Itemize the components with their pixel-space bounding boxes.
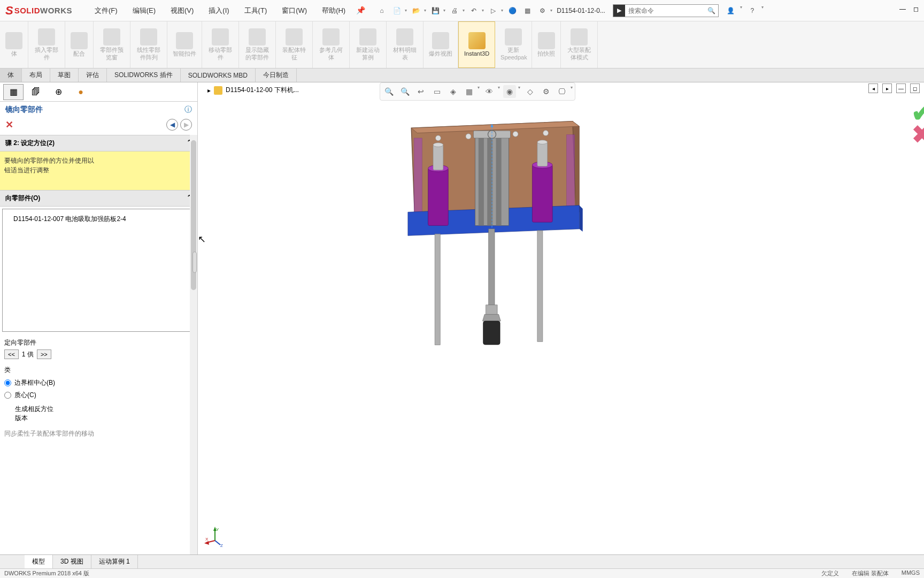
- list-item[interactable]: D1154-01-12-007 电池吸取加强筋板2-4: [5, 214, 192, 225]
- orient-label: 定向零部件: [4, 338, 193, 347]
- pm-tab-config-icon[interactable]: ⊕: [48, 84, 68, 100]
- screen-icon[interactable]: 🖵: [556, 85, 568, 98]
- apply-scene-icon[interactable]: ◇: [523, 85, 536, 98]
- pm-components-header[interactable]: 向零部件(O) ⌃: [0, 190, 197, 207]
- graphics-viewport[interactable]: ▸ D1154-01-12-00 下料机... 🔍 🔍 ↩ ▭ ◈ ▦▾ 👁▾ …: [198, 82, 924, 554]
- maximize-icon[interactable]: ◻: [913, 5, 919, 13]
- radio-centroid-input[interactable]: [4, 392, 11, 399]
- rib-move-component[interactable]: 移动零部件: [202, 21, 239, 68]
- svg-marker-13: [579, 206, 582, 232]
- pm-tab-appearance-icon[interactable]: ●: [71, 84, 91, 100]
- select-icon[interactable]: ▷: [487, 5, 499, 17]
- tab-evaluate[interactable]: 评估: [79, 69, 107, 82]
- expand-icon[interactable]: ▸: [207, 87, 211, 94]
- new-icon[interactable]: 📄: [391, 5, 403, 17]
- rib-body[interactable]: 体: [0, 21, 28, 68]
- options-icon[interactable]: ⚙: [536, 5, 548, 17]
- rib-linear-pattern[interactable]: 线性零部件阵列: [130, 21, 167, 68]
- pm-component-list[interactable]: D1154-01-12-007 电池吸取加强筋板2-4: [2, 209, 195, 332]
- hide-show-icon[interactable]: 👁: [483, 85, 496, 98]
- tab-sw-mbd[interactable]: SOLIDWORKS MBD: [181, 69, 256, 82]
- pager-prev-button[interactable]: <<: [4, 349, 19, 359]
- section-view-icon[interactable]: ▭: [430, 85, 443, 98]
- vp-prev-icon[interactable]: ◂: [868, 83, 878, 93]
- zoom-fit-icon[interactable]: 🔍: [382, 85, 395, 98]
- vp-next-icon[interactable]: ▸: [882, 83, 892, 93]
- menu-view[interactable]: 视图(V): [163, 6, 201, 16]
- rib-insert-component[interactable]: 插入零部件: [28, 21, 65, 68]
- rib-preview-window[interactable]: 零部件预览窗: [94, 21, 130, 68]
- edit-appearance-icon[interactable]: ◉: [503, 85, 516, 98]
- vp-maximize-icon[interactable]: ◻: [910, 83, 920, 93]
- menu-window[interactable]: 窗口(W): [274, 6, 314, 16]
- search-mode-icon[interactable]: ▶: [613, 5, 625, 17]
- display-style-icon[interactable]: ▦: [463, 85, 475, 98]
- radio-centroid[interactable]: 质心(C): [0, 389, 197, 401]
- tab-layout[interactable]: 布局: [22, 69, 50, 82]
- view-settings-icon[interactable]: ⚙: [540, 85, 552, 98]
- pm-tab-property-icon[interactable]: 🗐: [26, 84, 46, 100]
- minimize-icon[interactable]: —: [899, 5, 906, 13]
- rib-new-motion-study[interactable]: 新建运动算例: [350, 21, 387, 68]
- rib-assembly-features[interactable]: 装配体特征: [276, 21, 313, 68]
- pm-tabs: ▦ 🗐 ⊕ ●: [0, 82, 197, 102]
- tab-sw-addins[interactable]: SOLIDWORKS 插件: [107, 69, 181, 82]
- menu-file[interactable]: 文件(F): [87, 6, 125, 16]
- splitter[interactable]: [191, 112, 198, 578]
- status-bar: DWORKS Premium 2018 x64 版 欠定义 在编辑 装配体 MM…: [0, 568, 924, 578]
- home-icon[interactable]: ⌂: [376, 5, 388, 17]
- rib-reference-geometry[interactable]: 参考几何体: [313, 21, 350, 68]
- radio-bbox-input[interactable]: [4, 379, 11, 386]
- pm-tab-feature-tree-icon[interactable]: ▦: [3, 84, 24, 100]
- generate-opposite-button[interactable]: 生成相反方位 版本: [15, 405, 197, 423]
- rib-large-assembly[interactable]: 大型装配体模式: [561, 21, 598, 68]
- search-icon[interactable]: 🔍: [705, 7, 718, 14]
- pm-step-header[interactable]: 骤 2: 设定方位(2) ⌃: [0, 135, 197, 151]
- status-units[interactable]: MMGS: [902, 569, 920, 577]
- search-input[interactable]: [625, 7, 705, 14]
- btm-tab-3dview[interactable]: 3D 视图: [53, 555, 91, 568]
- tab-body[interactable]: 体: [0, 69, 22, 82]
- rib-exploded-view[interactable]: 爆炸视图: [424, 21, 458, 68]
- pm-help-icon[interactable]: ⓘ: [184, 105, 192, 115]
- flyout-tree[interactable]: ▸ D1154-01-12-00 下料机...: [207, 86, 299, 95]
- rib-bom[interactable]: 材料明细表: [387, 21, 424, 68]
- save-icon[interactable]: 💾: [429, 5, 441, 17]
- pm-next-button[interactable]: ▶: [180, 119, 192, 131]
- tab-today-make[interactable]: 今日制造: [256, 69, 297, 82]
- print-icon[interactable]: 🖨: [449, 5, 460, 17]
- pm-back-button[interactable]: ◀: [166, 119, 178, 131]
- status-version: DWORKS Premium 2018 x64 版: [4, 569, 89, 577]
- doc-props-icon[interactable]: ▦: [521, 5, 533, 17]
- radio-bbox-center[interactable]: 边界框中心(B): [0, 377, 197, 389]
- menu-tools[interactable]: 工具(T): [237, 6, 275, 16]
- menu-help[interactable]: 帮助(H): [314, 6, 353, 16]
- zoom-area-icon[interactable]: 🔍: [398, 85, 411, 98]
- splitter-handle[interactable]: [192, 252, 197, 273]
- btm-tab-model[interactable]: 模型: [25, 555, 53, 568]
- btm-tab-motion[interactable]: 运动算例 1: [91, 555, 138, 568]
- menu-edit[interactable]: 编辑(E): [125, 6, 163, 16]
- model-render: [348, 115, 636, 350]
- rebuild-icon[interactable]: 🔵: [506, 5, 518, 17]
- vp-minimize-icon[interactable]: —: [896, 83, 906, 93]
- undo-icon[interactable]: ↶: [468, 5, 480, 17]
- confirm-cancel-icon[interactable]: ✖: [912, 120, 924, 149]
- rib-update-speedpak[interactable]: 更新 Speedpak: [495, 21, 532, 68]
- help-icon[interactable]: ?: [746, 5, 758, 17]
- user-icon[interactable]: 👤: [725, 5, 737, 17]
- view-orientation-icon[interactable]: ◈: [446, 85, 459, 98]
- rib-smart-fasteners[interactable]: 智能扣件: [167, 21, 202, 68]
- open-icon[interactable]: 📂: [410, 5, 422, 17]
- tab-sketch[interactable]: 草图: [50, 69, 79, 82]
- rib-instant3d[interactable]: Instant3D: [458, 21, 495, 68]
- pin-icon[interactable]: 📌: [356, 6, 365, 16]
- pager-next-button[interactable]: >>: [37, 349, 51, 359]
- pm-cancel-button[interactable]: ✕: [5, 119, 13, 131]
- rib-mate[interactable]: 配合: [65, 21, 94, 68]
- menu-insert[interactable]: 插入(I): [201, 6, 236, 16]
- ribbon: 体 插入零部件 配合 零部件预览窗 线性零部件阵列 智能扣件 移动零部件 显示隐…: [0, 21, 924, 69]
- previous-view-icon[interactable]: ↩: [414, 85, 427, 98]
- rib-show-hidden[interactable]: 显示隐藏的零部件: [239, 21, 276, 68]
- rib-snapshot[interactable]: 拍快照: [532, 21, 561, 68]
